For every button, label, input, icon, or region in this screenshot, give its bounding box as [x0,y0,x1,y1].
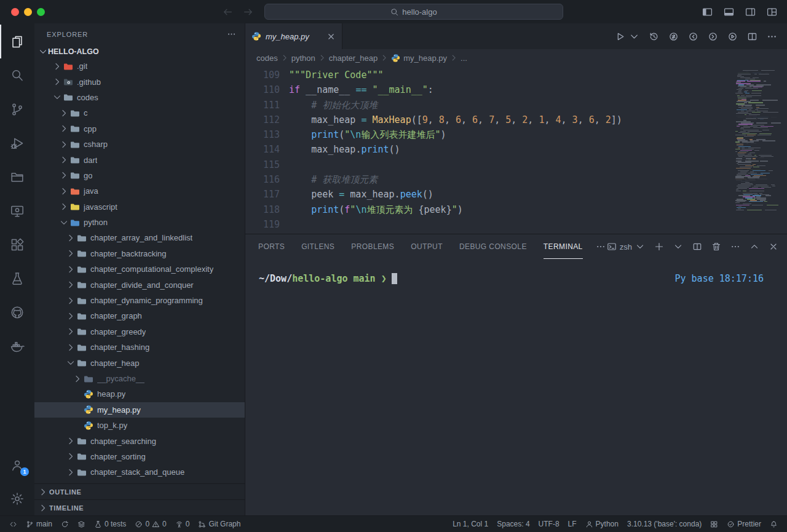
tree-item-java[interactable]: java [34,183,245,199]
code-line[interactable]: 112 max_heap = MaxHeap([9, 8, 6, 6, 7, 5… [245,113,787,127]
next-change[interactable] [708,31,718,42]
tree-item-go[interactable]: go [34,168,245,183]
code-line[interactable]: 118 print(f"\n堆顶元素为 {peek}") [245,202,787,217]
run-options[interactable] [629,31,639,42]
tree-item-chapter_greedy[interactable]: chapter_greedy [34,324,245,339]
tree-item-c[interactable]: c [34,105,245,121]
maximize-panel[interactable] [749,242,759,252]
tree-item-javascript[interactable]: javascript [34,199,245,215]
tree-item-csharp[interactable]: csharp [34,137,245,152]
status-git-graph[interactable]: Git Graph [194,516,245,532]
project-root[interactable]: HELLO-ALGO [34,45,245,58]
navigate-forward[interactable] [243,7,253,17]
close-panel[interactable] [769,242,778,252]
tree-item-__pycache__[interactable]: __pycache__ [34,371,245,386]
panel-more-tabs[interactable] [596,242,606,252]
new-terminal[interactable] [654,242,664,252]
close-window-button[interactable] [11,8,19,16]
code-line[interactable]: 111 # 初始化大顶堆 [245,98,787,113]
status-prettier[interactable]: Prettier [722,516,765,532]
tree-item-chapter_array_and_linkedlist[interactable]: chapter_array_and_linkedlist [34,230,245,245]
code-line[interactable]: 117 peek = max_heap.peek() [245,187,787,202]
status-language-mode[interactable]: Python [581,516,623,532]
run-or-debug[interactable] [727,31,738,42]
status-notifications[interactable] [765,516,782,532]
tree-item-chapter_sorting[interactable]: chapter_sorting [34,449,245,464]
tree-item-chapter_computational_complexity[interactable]: chapter_computational_complexity [34,261,245,277]
tree-item-.git[interactable]: .git [34,58,245,74]
status-git-branch[interactable]: main [22,516,57,532]
status-eol[interactable]: LF [564,516,581,532]
status-problems[interactable]: 00 [130,516,170,532]
tree-item-codes[interactable]: codes [34,90,245,105]
tree-item-python[interactable]: python [34,215,245,230]
tree-item-chapter_stack_and_queue[interactable]: chapter_stack_and_queue [34,464,245,480]
status-sync-changes[interactable] [57,516,73,532]
panel-tab-problems[interactable]: PROBLEMS [351,234,394,259]
status-python-interpreter[interactable]: 3.10.13 ('base': conda) [623,516,706,532]
editor-more-actions[interactable] [767,31,777,42]
breadcrumb-item[interactable]: ... [461,54,467,63]
breadcrumb-item[interactable]: codes [256,54,278,63]
panel-tab-ports[interactable]: PORTS [258,234,285,259]
tree-item-chapter_hashing[interactable]: chapter_hashing [34,339,245,355]
terminal[interactable]: ~/Dow/hello-algomain❯ Py base 18:17:16 [245,259,787,515]
activity-github[interactable] [0,295,34,329]
outline-section[interactable]: OUTLINE [34,483,245,499]
code-line[interactable]: 110if __name__ == "__main__": [245,82,787,97]
run-python-file[interactable] [615,31,625,42]
status-encoding[interactable]: UTF-8 [534,516,564,532]
tree-item-chapter_divide_and_conquer[interactable]: chapter_divide_and_conquer [34,277,245,292]
tab-my-heap-py[interactable]: my_heap.py [245,23,342,49]
activity-settings[interactable] [0,482,34,515]
code-line[interactable]: 116 # 获取堆顶元素 [245,172,787,187]
toggle-secondary-sidebar[interactable] [745,7,756,17]
activity-run-and-debug[interactable] [0,126,34,160]
split-editor[interactable] [747,31,757,42]
code-line[interactable]: 113 print("\n输入列表并建堆后") [245,127,787,142]
tree-item-chapter_searching[interactable]: chapter_searching [34,433,245,448]
code-editor[interactable]: 109"""Driver Code"""110if __name__ == "_… [245,66,787,234]
timeline-section[interactable]: TIMELINE [34,499,245,515]
panel-tab-debug-console[interactable]: DEBUG CONSOLE [459,234,527,259]
tree-item-heap.py[interactable]: heap.py [34,386,245,402]
activity-testing[interactable] [0,261,34,295]
status-forwarded-ports[interactable]: 0 [171,516,194,532]
minimap[interactable] [735,70,781,211]
previous-change[interactable] [688,31,698,42]
tree-item-chapter_heap[interactable]: chapter_heap [34,355,245,370]
explorer-actions[interactable] [227,30,236,39]
status-remote-window[interactable] [5,516,22,532]
status-indentation[interactable]: Spaces: 4 [492,516,534,532]
code-line[interactable]: 114 max_heap.print() [245,142,787,157]
customize-layout[interactable] [767,7,777,17]
status-extension-status[interactable] [706,516,722,532]
toggle-panel[interactable] [724,7,734,17]
minimize-window-button[interactable] [24,8,32,16]
activity-explorer[interactable] [0,25,34,58]
breadcrumb-item[interactable]: chapter_heap [329,54,378,63]
tree-item-my_heap.py[interactable]: my_heap.py [34,402,245,418]
shell-selector[interactable]: zsh [607,242,645,252]
code-line[interactable]: 109"""Driver Code""" [245,68,787,82]
launch-profile[interactable] [673,242,683,252]
code-line[interactable]: 119 [245,217,787,232]
split-terminal[interactable] [692,242,702,252]
activity-search[interactable] [0,58,34,92]
file-history[interactable] [649,31,659,42]
tree-item-dart[interactable]: dart [34,152,245,167]
tree-item-.github[interactable]: .github [34,74,245,89]
status-tests[interactable]: 0 tests [90,516,130,532]
breadcrumb-item[interactable]: python [291,54,315,63]
panel-tab-gitlens[interactable]: GITLENS [301,234,334,259]
navigate-back[interactable] [223,7,233,17]
code-line[interactable]: 115 [245,157,787,172]
tree-item-chapter_dynamic_programming[interactable]: chapter_dynamic_programming [34,293,245,308]
panel-more-actions[interactable] [730,242,740,252]
tree-item-chapter_graph[interactable]: chapter_graph [34,308,245,324]
activity-source-control[interactable] [0,92,34,126]
open-changes[interactable] [668,31,679,42]
activity-accounts[interactable]: 1 [0,448,34,482]
breadcrumb-item[interactable]: my_heap.py [391,54,447,63]
panel-tab-terminal[interactable]: TERMINAL [544,234,583,259]
